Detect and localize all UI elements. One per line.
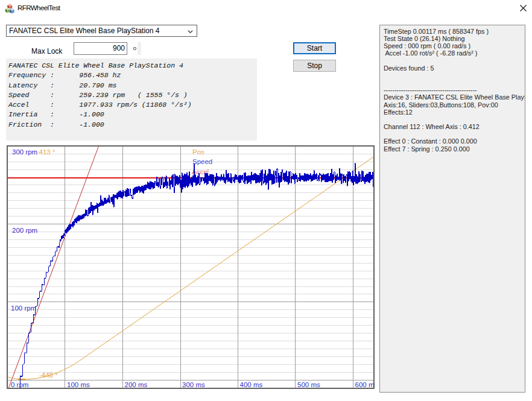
svg-text:-448 °: -448 ° (39, 371, 58, 379)
svg-text:300 ms: 300 ms (182, 381, 205, 388)
svg-text:300 rpm: 300 rpm (12, 148, 37, 156)
svg-text:100 rpm: 100 rpm (11, 305, 36, 312)
svg-text:Speed: Speed (192, 158, 212, 165)
svg-text:600 ms: 600 ms (355, 381, 375, 388)
svg-text:413 °: 413 ° (39, 148, 55, 156)
svg-text:0 rpm: 0 rpm (11, 381, 28, 388)
svg-text:100 ms: 100 ms (67, 381, 90, 388)
svg-text:200 ms: 200 ms (125, 381, 148, 388)
svg-text:200 rpm: 200 rpm (12, 227, 37, 234)
svg-text:400 ms: 400 ms (240, 381, 263, 388)
svg-text:Pos: Pos (192, 148, 204, 156)
svg-text:500 ms: 500 ms (297, 381, 320, 388)
